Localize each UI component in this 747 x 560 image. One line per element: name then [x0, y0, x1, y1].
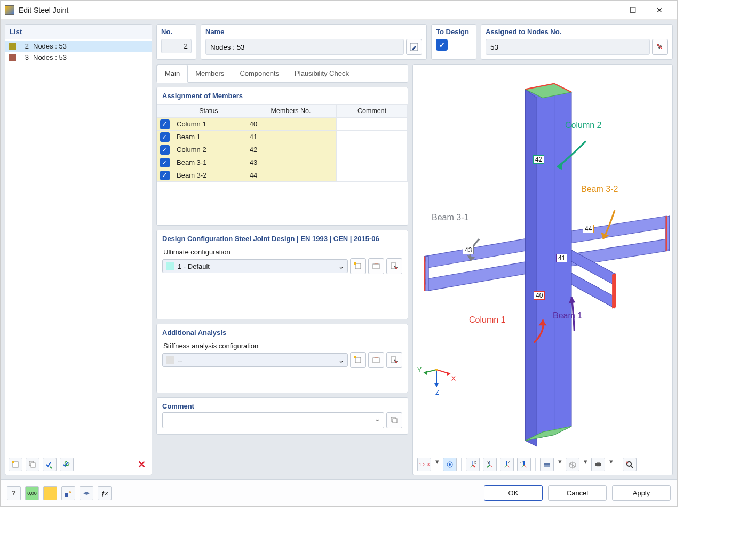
svg-rect-3: [31, 463, 35, 467]
viewer-toolbar: 1 2 3▾ X -Y Z -Z ▾ ▾ ▾: [413, 454, 672, 475]
name-input[interactable]: [205, 39, 404, 55]
units-button[interactable]: 0,00: [25, 486, 39, 500]
tab-components[interactable]: Components: [232, 65, 287, 82]
row-checkbox[interactable]: ✓: [160, 145, 170, 155]
view-x-button[interactable]: X: [466, 458, 480, 471]
chevron-down-icon[interactable]: ▾: [557, 458, 562, 471]
list-item[interactable]: 3 Nodes : 53: [5, 52, 152, 63]
comment-panel: Comment ⌄: [156, 397, 408, 435]
apply-button[interactable]: Apply: [612, 485, 671, 501]
chevron-down-icon[interactable]: ▾: [608, 458, 614, 471]
cell-comment: [337, 169, 408, 182]
edit-stiffness-button[interactable]: [368, 352, 384, 368]
viewport-3d[interactable]: 42 Column 2 43 Beam 3-1 44 Beam 3-2 41 B…: [413, 65, 672, 454]
layers-button[interactable]: [80, 486, 93, 500]
chevron-down-icon[interactable]: ▾: [583, 458, 588, 471]
reload-select-button[interactable]: [60, 458, 74, 471]
list-item-label: Nodes : 53: [33, 53, 67, 61]
render-mode-button[interactable]: [566, 458, 579, 471]
annotation-button[interactable]: A: [61, 486, 75, 500]
minimize-button[interactable]: –: [598, 2, 614, 18]
pick-nodes-button[interactable]: [652, 39, 668, 55]
table-row[interactable]: ✓ Beam 3-1 43: [157, 156, 408, 169]
edit-name-button[interactable]: [406, 39, 422, 55]
axis-triad-icon: [419, 360, 454, 390]
close-button[interactable]: ✕: [651, 2, 667, 18]
to-design-label: To Design: [436, 27, 469, 37]
list-body: 2 Nodes : 53 3 Nodes : 53: [5, 39, 152, 454]
label-beam-1: Beam 1: [553, 311, 582, 321]
cell-status: Column 1: [172, 118, 245, 131]
display-mode-button[interactable]: [540, 458, 554, 471]
copy-item-button[interactable]: [26, 458, 39, 471]
svg-point-45: [449, 463, 451, 466]
tab-members[interactable]: Members: [188, 65, 232, 82]
numbering-button[interactable]: 1 2 3: [417, 458, 431, 471]
svg-marker-7: [354, 262, 356, 265]
table-row[interactable]: ✓ Column 2 42: [157, 143, 408, 156]
no-field-box: No.: [156, 24, 196, 60]
fx-button[interactable]: ƒx: [98, 486, 112, 500]
no-input[interactable]: [161, 39, 192, 53]
swatch-icon: [9, 54, 16, 61]
tab-plausibility[interactable]: Plausibility Check: [287, 65, 357, 82]
table-row[interactable]: ✓ Beam 1 41: [157, 131, 408, 143]
chevron-down-icon[interactable]: ▾: [434, 458, 440, 471]
svg-rect-63: [544, 465, 550, 467]
view-z-button[interactable]: Z: [500, 458, 514, 471]
svg-marker-38: [447, 372, 450, 376]
cell-members-no: 40: [245, 118, 337, 131]
swatch-icon: [9, 43, 16, 50]
label-beam-3-1: Beam 3-1: [432, 213, 468, 222]
color-button[interactable]: [43, 486, 57, 500]
new-stiffness-button[interactable]: [350, 352, 366, 368]
print-button[interactable]: [591, 458, 605, 471]
col-status: Status: [172, 105, 245, 118]
additional-title: Additional Analysis: [157, 324, 408, 341]
stiffness-config-select[interactable]: -- ⌄: [162, 353, 348, 367]
help-button[interactable]: ?: [7, 486, 21, 500]
assigned-nodes-input[interactable]: [486, 39, 650, 55]
cell-comment: [337, 118, 408, 131]
row-checkbox[interactable]: ✓: [160, 132, 170, 142]
table-row[interactable]: ✓ Column 1 40: [157, 118, 408, 131]
to-design-checkbox[interactable]: ✓: [436, 39, 448, 51]
new-item-button[interactable]: [9, 458, 22, 471]
view-neg-y-button[interactable]: -Y: [483, 458, 497, 471]
viewer-panel: 42 Column 2 43 Beam 3-1 44 Beam 3-2 41 B…: [412, 64, 673, 475]
svg-line-48: [473, 465, 475, 467]
pick-stiffness-button[interactable]: [386, 352, 402, 368]
ultimate-config-select[interactable]: 1 - Default ⌄: [162, 259, 348, 273]
select-all-button[interactable]: [43, 458, 57, 471]
cell-status: Column 2: [172, 143, 245, 156]
window-title: Edit Steel Joint: [19, 6, 598, 14]
comment-input[interactable]: ⌄: [162, 412, 384, 428]
comment-title: Comment: [157, 398, 408, 412]
view-neg-z-button[interactable]: -Z: [517, 458, 531, 471]
list-item-no: 2: [19, 42, 29, 50]
table-row[interactable]: ✓ Beam 3-2 44: [157, 169, 408, 182]
svg-text:-Z: -Z: [520, 460, 524, 464]
label-column-2: Column 2: [565, 121, 601, 130]
zoom-extents-button[interactable]: [623, 458, 637, 471]
ok-button[interactable]: OK: [484, 485, 543, 501]
footer-bar: ? 0,00 A ƒx OK Cancel Apply: [1, 479, 677, 506]
cell-members-no: 44: [245, 169, 337, 182]
delete-item-button[interactable]: ✕: [134, 458, 148, 471]
axis-x-label: X: [451, 375, 456, 382]
tab-main[interactable]: Main: [157, 65, 188, 83]
edit-config-button[interactable]: [368, 258, 384, 274]
row-checkbox[interactable]: ✓: [160, 171, 170, 180]
cell-status: Beam 1: [172, 131, 245, 143]
new-config-button[interactable]: [350, 258, 366, 274]
svg-line-51: [487, 465, 490, 467]
tag-42: 42: [533, 155, 544, 164]
view-options-button[interactable]: [443, 458, 457, 471]
comment-library-button[interactable]: [386, 412, 402, 428]
cancel-button[interactable]: Cancel: [548, 485, 607, 501]
row-checkbox[interactable]: ✓: [160, 158, 170, 167]
row-checkbox[interactable]: ✓: [160, 119, 170, 129]
list-item[interactable]: 2 Nodes : 53: [5, 41, 152, 52]
pick-config-button[interactable]: [386, 258, 402, 274]
maximize-button[interactable]: ☐: [625, 2, 641, 18]
